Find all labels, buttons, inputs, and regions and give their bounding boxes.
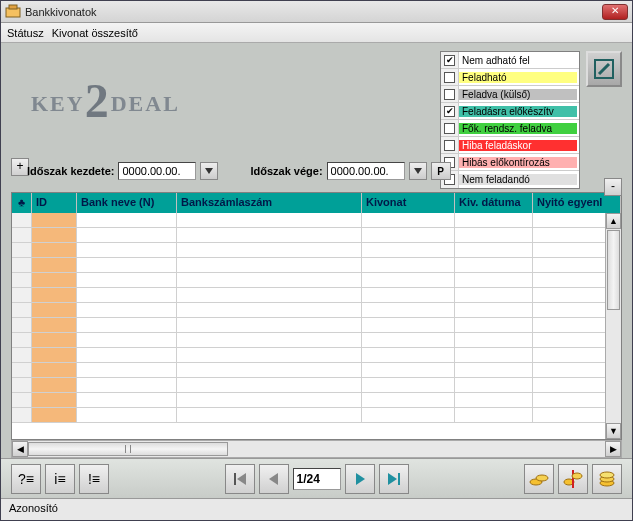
status-checkbox[interactable]: [441, 86, 459, 102]
table-cell: [362, 303, 455, 317]
menu-status[interactable]: Státusz: [7, 27, 44, 39]
col-account[interactable]: Bankszámlaszám: [177, 193, 362, 213]
table-row[interactable]: [12, 258, 621, 273]
svg-rect-1: [9, 5, 17, 9]
col-date[interactable]: Kiv. dátuma: [455, 193, 533, 213]
table-row[interactable]: [12, 408, 621, 423]
table-cell: [455, 318, 533, 332]
col-extract[interactable]: Kivonat: [362, 193, 455, 213]
svg-marker-8: [269, 473, 278, 485]
status-row-0[interactable]: ✔Nem adható fel: [441, 52, 579, 69]
col-id[interactable]: ID: [32, 193, 77, 213]
table-row[interactable]: [12, 363, 621, 378]
coins-button-2[interactable]: [558, 464, 588, 494]
table-row[interactable]: [12, 318, 621, 333]
coins-icon: [528, 468, 550, 490]
table-row[interactable]: [12, 348, 621, 363]
note-button[interactable]: !≡: [79, 464, 109, 494]
table-cell: [362, 318, 455, 332]
vertical-scrollbar[interactable]: ▲ ▼: [605, 213, 621, 439]
scroll-left-icon[interactable]: ◀: [12, 441, 28, 457]
table-cell: [455, 273, 533, 287]
table-row[interactable]: [12, 333, 621, 348]
scroll-down-icon[interactable]: ▼: [606, 423, 621, 439]
table-cell: [177, 363, 362, 377]
status-checkbox[interactable]: ✔: [441, 52, 459, 68]
status-row-3[interactable]: ✔Feladásra előkészítv: [441, 103, 579, 120]
table-row[interactable]: [12, 228, 621, 243]
table-row[interactable]: [12, 243, 621, 258]
table-row[interactable]: [12, 273, 621, 288]
scroll-track[interactable]: [28, 441, 605, 457]
logo-mid: 2: [85, 74, 111, 127]
table-cell: [12, 318, 32, 332]
coins-button-3[interactable]: [592, 464, 622, 494]
table-cell: [12, 333, 32, 347]
status-checkbox[interactable]: [441, 120, 459, 136]
status-checkbox[interactable]: [441, 69, 459, 85]
col-marker[interactable]: ♣: [12, 193, 32, 213]
svg-marker-4: [205, 168, 213, 174]
status-checkbox[interactable]: ✔: [441, 103, 459, 119]
hscroll-thumb[interactable]: [28, 442, 228, 456]
table-cell: [12, 243, 32, 257]
grid-body[interactable]: ▲ ▼: [12, 213, 621, 439]
prev-page-button[interactable]: [259, 464, 289, 494]
scroll-up-icon[interactable]: ▲: [606, 213, 621, 229]
col-bankname[interactable]: Bank neve (N): [77, 193, 177, 213]
start-date-picker[interactable]: [200, 162, 218, 180]
table-cell: [362, 258, 455, 272]
logo: KEY2DEAL: [31, 73, 180, 128]
table-cell: [32, 288, 77, 302]
end-date-picker[interactable]: [409, 162, 427, 180]
svg-marker-5: [414, 168, 422, 174]
table-cell: [32, 213, 77, 227]
toolbar: ?≡ i≡ !≡: [1, 458, 632, 498]
remove-button[interactable]: -: [604, 178, 622, 196]
table-cell: [177, 378, 362, 392]
table-cell: [455, 333, 533, 347]
status-row-2[interactable]: Feladva (külső): [441, 86, 579, 103]
coins-button-1[interactable]: [524, 464, 554, 494]
table-row[interactable]: [12, 303, 621, 318]
status-checkbox[interactable]: [441, 137, 459, 153]
table-cell: [12, 288, 32, 302]
table-cell: [32, 273, 77, 287]
first-page-button[interactable]: [225, 464, 255, 494]
horizontal-scrollbar[interactable]: ◀ ▶: [11, 440, 622, 458]
last-page-button[interactable]: [379, 464, 409, 494]
table-row[interactable]: [12, 288, 621, 303]
table-cell: [455, 228, 533, 242]
table-row[interactable]: [12, 378, 621, 393]
col-balance[interactable]: Nyitó egyenl: [533, 193, 621, 213]
info-button[interactable]: i≡: [45, 464, 75, 494]
table-cell: [455, 303, 533, 317]
table-cell: [12, 363, 32, 377]
status-row-5[interactable]: Hiba feladáskor: [441, 137, 579, 154]
upper-panel: KEY2DEAL ✔Nem adható felFeladhatóFeladva…: [1, 43, 632, 188]
scroll-thumb[interactable]: [607, 230, 620, 310]
table-cell: [177, 258, 362, 272]
end-date-input[interactable]: [327, 162, 405, 180]
help-button[interactable]: ?≡: [11, 464, 41, 494]
table-cell: [77, 303, 177, 317]
edit-button[interactable]: [586, 51, 622, 87]
scroll-right-icon[interactable]: ▶: [605, 441, 621, 457]
close-button[interactable]: ✕: [602, 4, 628, 20]
menu-summary[interactable]: Kivonat összesítő: [52, 27, 138, 39]
table-cell: [77, 318, 177, 332]
table-cell: [362, 243, 455, 257]
svg-point-13: [536, 475, 548, 481]
table-cell: [362, 363, 455, 377]
table-cell: [77, 288, 177, 302]
p-button[interactable]: P: [431, 162, 451, 180]
next-page-button[interactable]: [345, 464, 375, 494]
status-row-4[interactable]: Fők. rendsz. feladva: [441, 120, 579, 137]
status-row-1[interactable]: Feladható: [441, 69, 579, 86]
page-counter[interactable]: [293, 468, 341, 490]
table-row[interactable]: [12, 213, 621, 228]
table-cell: [32, 393, 77, 407]
table-cell: [12, 378, 32, 392]
start-date-input[interactable]: [118, 162, 196, 180]
table-row[interactable]: [12, 393, 621, 408]
